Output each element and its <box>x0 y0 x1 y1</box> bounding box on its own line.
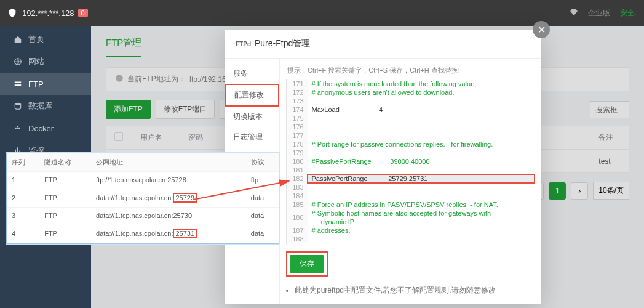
line-number: 182 <box>287 174 308 183</box>
line-number: 184 <box>287 192 308 200</box>
code-line[interactable]: 181 <box>287 166 535 174</box>
tunnel-row: 3FTPdata://1.tcp.nas.cpolar.cn:25730data <box>7 208 279 224</box>
sidebar-item-db[interactable]: 数据库 <box>0 95 91 117</box>
modal-nav-item[interactable]: 切换版本 <box>225 107 279 127</box>
line-number: 188 <box>287 235 308 243</box>
tcell-addr: ftp://1.tcp.nas.cpolar.cn:25728 <box>91 172 246 188</box>
line-number: 175 <box>287 114 308 123</box>
close-icon[interactable]: ✕ <box>533 21 550 38</box>
sidebar-item-ftp[interactable]: FTP <box>0 73 91 95</box>
line-number: 173 <box>287 97 308 105</box>
code-line[interactable]: 185# Force an IP address in PASV/EPSV/SP… <box>287 200 535 209</box>
code-line[interactable]: 187# addresses. <box>287 226 535 235</box>
line-number: 171 <box>287 79 308 88</box>
tcell-name: FTP <box>39 208 91 224</box>
code-line[interactable]: 175 <box>287 114 535 123</box>
config-editor[interactable]: 171# If the system is more loaded than t… <box>286 79 535 245</box>
modal-nav-item[interactable]: 服务 <box>225 63 279 84</box>
alert-badge[interactable]: 0 <box>78 9 88 17</box>
svg-rect-4 <box>15 128 16 129</box>
sidebar-item-label: 网站 <box>28 56 44 67</box>
save-button[interactable]: 保存 <box>290 255 324 273</box>
diamond-icon <box>570 8 578 18</box>
svg-point-3 <box>15 103 20 105</box>
code-line[interactable]: 179 <box>287 148 535 157</box>
tcell-seq: 1 <box>7 172 39 188</box>
svg-rect-7 <box>17 126 18 127</box>
tcell-seq: 2 <box>7 188 39 208</box>
modal-title-bar: FTPd Pure-Ftpd管理 <box>225 30 541 59</box>
server-ip: 192.***.***.128 <box>22 9 74 18</box>
home-icon <box>14 35 22 44</box>
tcell-seq: 3 <box>7 208 39 224</box>
tcell-addr: data://1.tcp.nas.cpolar.cn:25731 <box>91 224 246 243</box>
line-number: 186 <box>287 209 308 226</box>
modal-nav-item[interactable]: 配置修改 <box>225 84 279 107</box>
tcell-name: FTP <box>39 172 91 188</box>
line-number: 180 <box>287 157 308 166</box>
code-line[interactable]: 188 <box>287 235 535 243</box>
sidebar-item-docker[interactable]: Docker <box>0 117 91 139</box>
sidebar-item-globe[interactable]: 网站 <box>0 51 91 73</box>
tcell-name: FTP <box>39 224 91 243</box>
tcell-seq: 4 <box>7 224 39 243</box>
line-number: 177 <box>287 131 308 140</box>
line-number: 181 <box>287 166 308 174</box>
svg-rect-5 <box>17 128 18 129</box>
svg-rect-6 <box>18 128 20 129</box>
tunnel-table-overlay: 序列 隧道名称 公网地址 协议 1FTPftp://1.tcp.nas.cpol… <box>6 153 279 244</box>
tcell-proto: data <box>246 188 279 208</box>
code-line[interactable]: 184 <box>287 192 535 200</box>
line-number: 185 <box>287 200 308 209</box>
sidebar-item-label: 数据库 <box>28 100 52 111</box>
code-line[interactable]: 173 <box>287 97 535 105</box>
tcol-addr: 公网地址 <box>91 153 246 172</box>
code-line[interactable]: 182PassivePortRange 25729 25731 <box>287 174 535 183</box>
svg-rect-2 <box>15 84 22 86</box>
tcol-name: 隧道名称 <box>39 153 91 172</box>
ftp-icon <box>14 79 22 88</box>
code-line[interactable]: 174MaxLoad 4 <box>287 105 535 114</box>
code-line[interactable]: 176 <box>287 123 535 131</box>
code-line[interactable]: 171# If the system is more loaded than t… <box>287 79 535 88</box>
code-line[interactable]: 180#PassivePortRange 39000 40000 <box>287 157 535 166</box>
sidebar-item-label: FTP <box>28 79 44 89</box>
tcol-seq: 序列 <box>7 153 39 172</box>
tunnel-row: 2FTPdata://1.tcp.nas.cpolar.cn:25729data <box>7 188 279 208</box>
svg-rect-1 <box>15 82 22 83</box>
sidebar-item-label: 首页 <box>28 34 44 45</box>
code-line[interactable]: 178# Port range for passive connections … <box>287 140 535 148</box>
sidebar-item-label: Docker <box>28 124 54 133</box>
tunnel-row: 1FTPftp://1.tcp.nas.cpolar.cn:25728ftp <box>7 172 279 188</box>
config-note: 此处为pureftpd主配置文件,若您不了解配置规则,请勿随意修改 <box>295 285 535 296</box>
globe-icon <box>14 57 22 66</box>
editor-hint: 提示：Ctrl+F 搜索关键字，Ctrl+S 保存，Ctrl+H 查找替换! <box>287 66 534 75</box>
tcell-addr: data://1.tcp.nas.cpolar.cn:25729 <box>91 188 246 208</box>
tcell-proto: data <box>246 208 279 224</box>
ftpd-logo: FTPd <box>236 41 251 47</box>
code-line[interactable]: 177 <box>287 131 535 140</box>
shield-icon <box>7 8 17 18</box>
line-number: 183 <box>287 183 308 192</box>
top-bar: 192.***.***.128 0 企业版 安全. <box>0 0 644 26</box>
tunnel-row: 4FTPdata://1.tcp.nas.cpolar.cn:25731data <box>7 224 279 243</box>
code-line[interactable]: 183 <box>287 183 535 192</box>
tcell-proto: ftp <box>246 172 279 188</box>
line-number: 178 <box>287 140 308 148</box>
line-number: 187 <box>287 226 308 235</box>
db-icon <box>14 102 22 110</box>
docker-icon <box>14 124 22 132</box>
enterprise-label[interactable]: 企业版 <box>588 8 610 18</box>
tcol-proto: 协议 <box>246 153 279 172</box>
line-number: 176 <box>287 123 308 131</box>
tcell-name: FTP <box>39 188 91 208</box>
tcell-proto: data <box>246 224 279 243</box>
sidebar-item-home[interactable]: 首页 <box>0 28 91 51</box>
safe-label[interactable]: 安全. <box>620 8 637 18</box>
tcell-addr: data://1.tcp.nas.cpolar.cn:25730 <box>91 208 246 224</box>
line-number: 179 <box>287 148 308 157</box>
line-number: 172 <box>287 88 308 97</box>
modal-nav-item[interactable]: 日志管理 <box>225 127 279 147</box>
code-line[interactable]: 186# Symbolic host names are also accept… <box>287 209 535 226</box>
code-line[interactable]: 172# anonymous users aren't allowed to d… <box>287 88 535 97</box>
